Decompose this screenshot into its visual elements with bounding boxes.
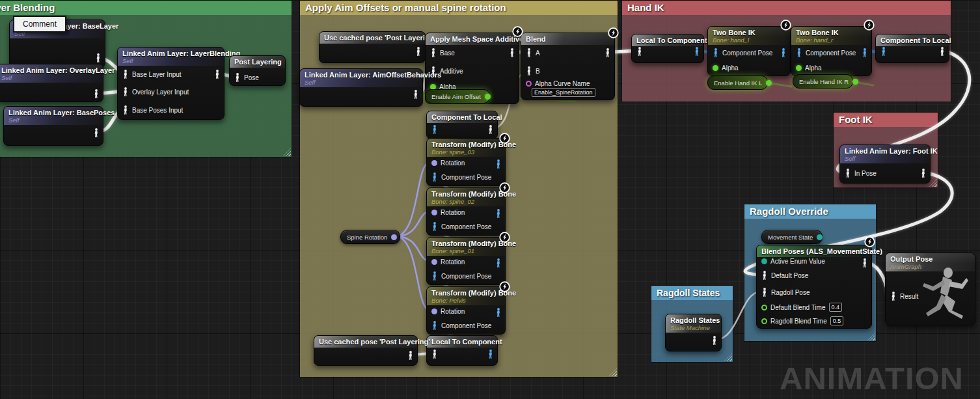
pin-pose-output[interactable] bbox=[95, 53, 102, 62]
pin-component-pose-input[interactable]: Component Pose bbox=[796, 48, 856, 57]
pin-rotation-input[interactable]: Rotation bbox=[431, 257, 465, 266]
pill-enable-hand-ik-r[interactable]: Enable Hand IK R bbox=[793, 74, 853, 89]
rotator-pin[interactable] bbox=[391, 234, 397, 240]
alpha-curve-name-field[interactable]: Enable_SpineRotation bbox=[532, 88, 595, 97]
pill-label: Movement State bbox=[768, 234, 813, 241]
pin-default-pose[interactable]: Default Pose bbox=[761, 271, 808, 280]
node-transform-modify-bone-spine01[interactable]: Transform (Modify) Bone Bone: spine_01 R… bbox=[426, 237, 506, 285]
node-title: Linked Anim Layer: Foot IK bbox=[845, 147, 925, 155]
pin-pose-output[interactable] bbox=[509, 48, 515, 57]
pill-enable-hand-ik-l[interactable]: Enable Hand IK L bbox=[707, 76, 768, 90]
pin-rotation-input[interactable]: Rotation bbox=[431, 158, 465, 167]
pin-pose-output[interactable] bbox=[862, 258, 868, 268]
node-local-to-component-hand[interactable]: Local To Component bbox=[631, 34, 704, 63]
pin-pose-output[interactable] bbox=[413, 90, 419, 99]
node-transform-modify-bone-spine03[interactable]: Transform (Modify) Bone Bone: spine_03 R… bbox=[426, 138, 506, 186]
pin-pose-output[interactable] bbox=[605, 48, 611, 57]
pin-pose-input[interactable] bbox=[431, 350, 438, 359]
pin-pose-output[interactable] bbox=[920, 169, 927, 178]
bool-pin[interactable] bbox=[766, 80, 772, 86]
pin-a-input[interactable]: A bbox=[526, 48, 540, 57]
node-linked-anim-layer-aimoffsetbehaviors[interactable]: Linked Anim Layer: AimOffsetBehaviors Se… bbox=[299, 68, 423, 107]
pin-pose-output[interactable] bbox=[93, 89, 100, 98]
pin-pose-output[interactable] bbox=[214, 70, 221, 79]
node-two-bone-ik-right[interactable]: Two Bone IK Bone: hand_r Component Pose … bbox=[791, 26, 872, 76]
pin-rotation-input[interactable]: Rotation bbox=[431, 307, 465, 316]
pin-component-pose-output[interactable] bbox=[495, 159, 502, 169]
comment-title[interactable]: Ragdoll Override bbox=[744, 204, 876, 219]
node-linked-anim-layer-overlaylayer[interactable]: Linked Anim Layer: OverlayLayer Self bbox=[0, 64, 103, 102]
pin-base-layer-input[interactable]: Base Layer Input bbox=[122, 70, 182, 79]
bool-pin[interactable] bbox=[485, 94, 491, 100]
pin-component-pose-input[interactable]: Component Pose bbox=[431, 222, 491, 231]
pin-pose-output[interactable] bbox=[939, 47, 946, 56]
pin-component-pose-input[interactable]: Component Pose bbox=[713, 48, 772, 57]
animgraph-canvas[interactable]: ANIMATION Layer Blending Apply Aim Offse… bbox=[0, 0, 980, 399]
node-use-cached-pose-top[interactable]: Use cached pose 'Post Layering' bbox=[319, 31, 426, 63]
pin-pose-output[interactable] bbox=[415, 47, 422, 56]
pin-b-input[interactable]: B bbox=[526, 66, 540, 76]
node-blend-poses-movementstate[interactable]: Blend Poses (ALS_MovementState) Active E… bbox=[756, 245, 872, 329]
fast-path-icon bbox=[499, 182, 510, 193]
pin-component-pose-input[interactable]: Component Pose bbox=[431, 321, 491, 330]
pin-pose-input[interactable] bbox=[636, 47, 643, 56]
pin-overlay-layer-input[interactable]: Overlay Layer Input bbox=[122, 87, 189, 96]
pin-in-pose-input[interactable]: In Pose bbox=[845, 169, 877, 178]
node-local-to-component-mid[interactable]: Local To Component bbox=[426, 335, 498, 366]
pill-enable-aim-offset[interactable]: Enable Aim Offset bbox=[425, 89, 490, 103]
bool-pin[interactable] bbox=[852, 79, 858, 85]
comment-title[interactable]: Hand IK bbox=[622, 1, 951, 15]
comment-title[interactable]: Layer Blending bbox=[0, 1, 292, 15]
pin-base-input[interactable]: Base bbox=[430, 48, 455, 57]
comment-title[interactable]: Ragdoll States bbox=[651, 286, 733, 300]
default-blend-time-field[interactable]: 0.4 bbox=[829, 303, 843, 312]
pin-ragdoll-blend-time[interactable]: Ragdoll Blend Time0.5 bbox=[761, 316, 843, 325]
pin-component-pose-output[interactable] bbox=[694, 47, 700, 56]
pin-pose-output[interactable] bbox=[711, 336, 718, 345]
pin-ragdoll-pose[interactable]: Ragdoll Pose bbox=[761, 288, 810, 297]
pin-component-pose-input[interactable]: Component Pose bbox=[431, 172, 491, 182]
node-component-to-local-hand[interactable]: Component To Local bbox=[875, 34, 949, 63]
pill-spine-rotation[interactable]: Spine Rotation bbox=[340, 230, 400, 244]
pin-component-pose-output[interactable] bbox=[495, 209, 502, 218]
pin-component-pose-output[interactable] bbox=[495, 308, 502, 317]
node-transform-modify-bone-spine02[interactable]: Transform (Modify) Bone Bone: spine_02 R… bbox=[426, 187, 506, 236]
node-linked-anim-layer-footik[interactable]: Linked Anim Layer: Foot IK Self In Pose bbox=[839, 144, 931, 184]
node-linked-anim-layer-baseposes[interactable]: Linked Anim Layer: BasePoses Self bbox=[3, 106, 103, 146]
node-ragdoll-states-statemachine[interactable]: Ragdoll States State Machine bbox=[665, 314, 722, 351]
pin-component-pose-output[interactable] bbox=[495, 258, 502, 268]
pin-alpha-input[interactable]: Alpha bbox=[713, 63, 739, 72]
ragdoll-blend-time-field[interactable]: 0.5 bbox=[830, 316, 844, 325]
pin-default-blend-time[interactable]: Default Blend Time0.4 bbox=[761, 303, 842, 312]
pin-pose-output[interactable] bbox=[487, 125, 494, 134]
node-output-pose[interactable]: Output Pose AnimGraph Result bbox=[885, 253, 975, 325]
pin-pose-input[interactable]: Pose bbox=[234, 73, 259, 82]
pin-pose-output[interactable] bbox=[407, 351, 414, 360]
pin-pose-output[interactable] bbox=[93, 128, 100, 137]
pin-component-pose-input[interactable] bbox=[880, 47, 887, 56]
pill-movement-state[interactable]: Movement State bbox=[761, 230, 823, 244]
pin-component-pose-output[interactable] bbox=[780, 48, 787, 57]
comment-title[interactable]: Apply Aim Offsets or manual spine rotati… bbox=[300, 1, 618, 15]
node-transform-modify-bone-pelvis[interactable]: Transform (Modify) Bone Bone: Pelvis Rot… bbox=[426, 286, 506, 335]
pin-component-pose-input[interactable] bbox=[431, 125, 438, 134]
enum-pin[interactable] bbox=[817, 234, 823, 240]
pin-component-pose-input[interactable]: Component Pose bbox=[431, 271, 491, 281]
pin-label: In Pose bbox=[854, 170, 877, 177]
pin-base-poses-input[interactable]: Base Poses Input bbox=[122, 105, 183, 115]
node-title: Use cached pose 'Post Layering' bbox=[319, 338, 413, 346]
pin-active-enum-value[interactable]: Active Enum Value bbox=[761, 256, 825, 266]
pin-alpha-curve-name[interactable]: Alpha Curve Name bbox=[526, 79, 590, 88]
node-two-bone-ik-left[interactable]: Two Bone IK Bone: hand_l Component Pose … bbox=[707, 26, 791, 76]
pin-component-pose-output[interactable] bbox=[862, 48, 868, 57]
node-linked-anim-layer-layerblending[interactable]: Linked Anim Layer: LayerBlending Self Ba… bbox=[117, 47, 225, 120]
pill-label: Enable Hand IK R bbox=[799, 78, 849, 85]
node-blend[interactable]: Blend A B Alpha Curve Name Enable_SpineR… bbox=[521, 33, 615, 100]
pin-rotation-input[interactable]: Rotation bbox=[431, 208, 465, 217]
node-post-layering[interactable]: Post Layering Pose bbox=[229, 55, 286, 86]
pin-alpha-input[interactable]: Alpha bbox=[796, 63, 822, 72]
pin-component-pose-output[interactable] bbox=[487, 350, 494, 359]
node-component-to-local-mid[interactable]: Component To Local bbox=[426, 111, 498, 139]
node-use-cached-pose-bottom[interactable]: Use cached pose 'Post Layering' bbox=[314, 335, 418, 366]
comment-title[interactable]: Foot IK bbox=[834, 113, 938, 127]
